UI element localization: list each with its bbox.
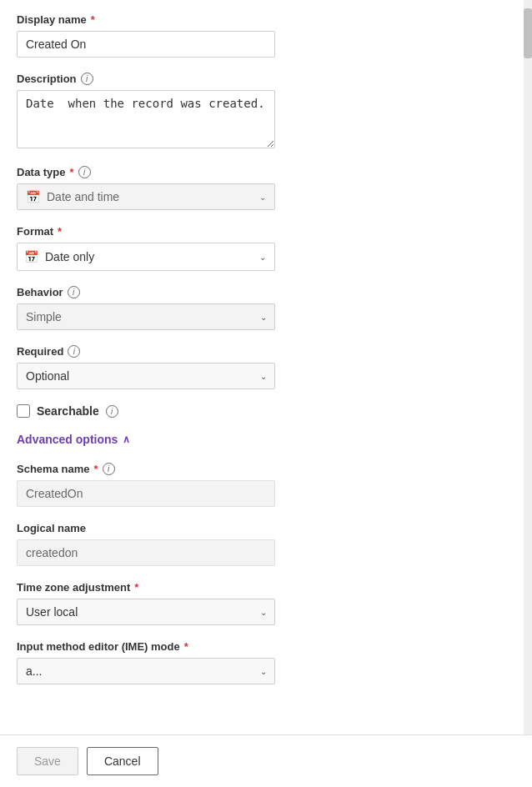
- schema-name-label-text: Schema name: [17, 463, 89, 475]
- cancel-button-label: Cancel: [104, 754, 141, 768]
- form-content: Display name * Description i Date when t…: [0, 0, 532, 763]
- description-label-text: Description: [17, 73, 77, 85]
- logical-name-input[interactable]: [17, 539, 275, 566]
- format-label-text: Format: [17, 225, 53, 238]
- scrollbar-thumb: [524, 8, 532, 58]
- logical-name-label: Logical name: [17, 522, 507, 534]
- schema-name-input[interactable]: [17, 480, 275, 507]
- schema-name-info-icon[interactable]: i: [103, 463, 115, 475]
- behavior-info-icon[interactable]: i: [68, 286, 80, 298]
- display-name-field: Display name *: [17, 13, 507, 58]
- required-select[interactable]: Optional Required Recommended: [17, 363, 275, 389]
- timezone-field: Time zone adjustment * User local UTC Ti…: [17, 581, 507, 625]
- ime-mode-label: Input method editor (IME) mode *: [17, 640, 507, 653]
- form-footer: Save Cancel: [0, 734, 532, 787]
- data-type-label: Data type * i: [17, 166, 507, 178]
- description-label: Description i: [17, 73, 507, 85]
- logical-name-field: Logical name: [17, 522, 507, 566]
- ime-mode-label-text: Input method editor (IME) mode: [17, 640, 180, 653]
- schema-name-field: Schema name * i: [17, 463, 507, 507]
- display-name-label: Display name *: [17, 13, 507, 26]
- timezone-select[interactable]: User local UTC Time zone independent: [17, 599, 275, 625]
- description-field: Description i Date when the record was c…: [17, 73, 507, 151]
- display-name-required: *: [91, 13, 95, 26]
- advanced-options-label: Advanced options: [17, 433, 118, 446]
- format-field: Format * 📅 Date only Date and time ⌄: [17, 225, 507, 271]
- schema-name-required: *: [93, 463, 98, 475]
- data-type-value-text: Date and time: [47, 190, 119, 203]
- format-select-wrapper[interactable]: 📅 Date only Date and time ⌄: [17, 243, 275, 271]
- cancel-button[interactable]: Cancel: [87, 747, 158, 775]
- description-textarea[interactable]: Date when the record was created.: [17, 90, 275, 148]
- required-label: Required i: [17, 345, 507, 358]
- required-field: Required i Optional Required Recommended…: [17, 345, 507, 389]
- required-select-wrapper: Optional Required Recommended ⌄: [17, 363, 275, 389]
- ime-mode-select-wrapper: a... Active Inactive Disabled ⌄: [17, 658, 275, 684]
- display-name-input[interactable]: [17, 31, 275, 58]
- scrollbar[interactable]: [524, 0, 532, 787]
- ime-mode-required: *: [184, 640, 188, 653]
- timezone-label: Time zone adjustment *: [17, 581, 507, 594]
- searchable-row: Searchable i: [17, 404, 507, 418]
- display-name-label-text: Display name: [17, 13, 87, 26]
- logical-name-label-text: Logical name: [17, 522, 86, 534]
- format-select[interactable]: Date only Date and time: [45, 243, 274, 270]
- searchable-info-icon[interactable]: i: [106, 405, 118, 418]
- data-type-required: *: [70, 166, 74, 178]
- behavior-select-wrapper: Simple User local Independent ⌄: [17, 303, 275, 330]
- timezone-select-wrapper: User local UTC Time zone independent ⌄: [17, 599, 275, 625]
- timezone-label-text: Time zone adjustment: [17, 581, 130, 594]
- save-button-label: Save: [34, 754, 61, 768]
- ime-mode-select[interactable]: a... Active Inactive Disabled: [17, 658, 275, 684]
- schema-name-label: Schema name * i: [17, 463, 507, 475]
- advanced-options-chevron-icon: ∧: [123, 434, 130, 445]
- format-calendar-icon: 📅: [18, 243, 45, 270]
- timezone-required: *: [134, 581, 138, 594]
- data-type-info-icon[interactable]: i: [78, 166, 91, 178]
- behavior-select[interactable]: Simple User local Independent: [17, 303, 275, 330]
- behavior-label: Behavior i: [17, 286, 507, 298]
- required-label-text: Required: [17, 345, 63, 358]
- data-type-chevron-icon: ⌄: [259, 193, 266, 202]
- searchable-label: Searchable: [37, 404, 99, 418]
- data-type-select: 📅 Date and time ⌄: [17, 183, 275, 210]
- data-type-label-text: Data type: [17, 166, 66, 178]
- ime-mode-field: Input method editor (IME) mode * a... Ac…: [17, 640, 507, 684]
- required-info-icon[interactable]: i: [68, 345, 80, 358]
- description-info-icon[interactable]: i: [81, 73, 93, 85]
- advanced-options-toggle[interactable]: Advanced options ∧: [17, 433, 507, 446]
- data-type-calendar-icon: 📅: [26, 190, 40, 203]
- behavior-field: Behavior i Simple User local Independent…: [17, 286, 507, 330]
- save-button[interactable]: Save: [17, 747, 78, 775]
- data-type-field: Data type * i 📅 Date and time ⌄: [17, 166, 507, 210]
- searchable-checkbox[interactable]: [17, 404, 30, 418]
- format-required: *: [58, 225, 62, 238]
- format-label: Format *: [17, 225, 507, 238]
- behavior-label-text: Behavior: [17, 286, 63, 298]
